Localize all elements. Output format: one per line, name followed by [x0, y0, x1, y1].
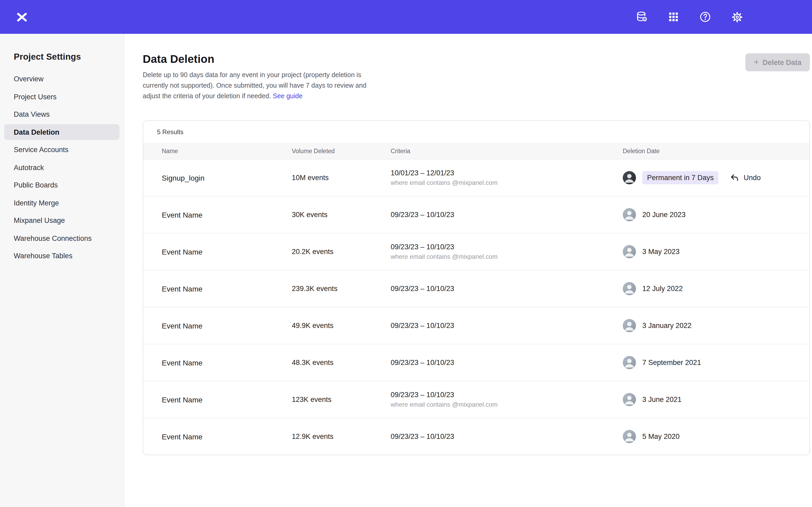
deletion-date-cell: 7 September 2021 — [623, 356, 794, 370]
table-row: Event Name 123K events 09/23/23 – 10/10/… — [143, 381, 809, 418]
criteria-cell: 09/23/23 – 10/10/23 — [391, 322, 623, 330]
sidebar-nav: OverviewProject UsersData ViewsData Dele… — [0, 71, 124, 264]
volume-deleted: 20.2K events — [292, 248, 391, 256]
sidebar-item-identity-merge[interactable]: Identity Merge — [4, 195, 119, 211]
avatar — [623, 171, 636, 184]
table-row: Event Name 49.9K events 09/23/23 – 10/10… — [143, 307, 809, 344]
volume-deleted: 239.3K events — [292, 285, 391, 293]
sidebar-title: Project Settings — [0, 34, 124, 69]
criteria-range: 09/23/23 – 10/10/23 — [391, 285, 623, 293]
sidebar-item-label: Public Boards — [14, 181, 58, 189]
event-name: Event Name — [162, 285, 292, 293]
event-name: Event Name — [162, 396, 292, 404]
person-icon — [623, 245, 636, 259]
avatar — [623, 319, 636, 332]
sidebar-item-label: Data Deletion — [14, 128, 59, 136]
criteria-range: 09/23/23 – 10/10/23 — [391, 211, 623, 219]
page-description: Delete up to 90 days data for any event … — [143, 70, 382, 102]
app: Project Settings OverviewProject UsersDa… — [0, 0, 812, 507]
table-row: Event Name 12.9K events 09/23/23 – 10/10… — [143, 418, 809, 455]
deletion-date-badge: 12 July 2022 — [642, 285, 683, 293]
apps-grid-icon[interactable] — [667, 11, 680, 23]
sidebar-item-autotrack[interactable]: Autotrack — [4, 160, 119, 175]
avatar — [623, 245, 636, 259]
person-icon — [623, 356, 636, 370]
event-name: Event Name — [162, 433, 292, 441]
table-header: Name Volume Deleted Criteria Deletion Da… — [143, 143, 809, 159]
criteria-cell: 09/23/23 – 10/10/23 — [391, 285, 623, 293]
event-name: Event Name — [162, 358, 292, 367]
person-icon — [623, 282, 636, 295]
sidebar-item-label: Warehouse Connections — [14, 234, 92, 242]
volume-deleted: 12.9K events — [292, 433, 391, 441]
deletion-date-cell: 3 May 2023 — [623, 245, 794, 259]
table-row: Event Name 20.2K events 09/23/23 – 10/10… — [143, 233, 809, 270]
criteria-cell: 09/23/23 – 10/10/23 — [391, 211, 623, 219]
main-content: Data Deletion Delete up to 90 days data … — [124, 34, 812, 507]
avatar — [623, 356, 636, 370]
deletion-date-badge: 20 June 2023 — [642, 211, 686, 219]
sidebar-item-label: Mixpanel Usage — [14, 217, 65, 224]
sidebar-item-label: Project Users — [14, 93, 57, 101]
person-icon — [623, 319, 636, 332]
column-header-name: Name — [162, 148, 292, 154]
criteria-cell: 09/23/23 – 10/10/23 — [391, 433, 623, 441]
plus-icon: + — [754, 58, 759, 66]
mixpanel-x-icon — [15, 11, 28, 23]
deletion-date-cell: 12 July 2022 — [623, 282, 794, 295]
description-text: Delete up to 90 days data for any event … — [143, 71, 366, 100]
settings-icon[interactable] — [730, 11, 743, 23]
criteria-cell: 09/23/23 – 10/10/23 where email contains… — [391, 391, 623, 408]
help-icon[interactable] — [699, 11, 712, 23]
delete-data-button[interactable]: + Delete Data — [745, 53, 810, 71]
table-row: Event Name 239.3K events 09/23/23 – 10/1… — [143, 270, 809, 307]
deletion-date-cell: Permanent in 7 Days Undo — [623, 171, 794, 184]
criteria-subtext: where email contains @mixpanel.com — [391, 401, 623, 408]
undo-icon — [730, 173, 739, 182]
sidebar-item-service-accounts[interactable]: Service Accounts — [4, 142, 119, 158]
avatar — [623, 393, 636, 406]
column-header-criteria: Criteria — [391, 148, 623, 154]
sidebar-item-project-users[interactable]: Project Users — [4, 89, 119, 105]
column-header-deletion-date: Deletion Date — [623, 148, 794, 154]
table-row: Signup_login 10M events 10/01/23 – 12/01… — [143, 159, 809, 196]
column-header-volume: Volume Deleted — [292, 148, 391, 154]
criteria-range: 10/01/23 – 12/01/23 — [391, 169, 623, 177]
sidebar-item-public-boards[interactable]: Public Boards — [4, 177, 119, 193]
deletion-date-badge: 3 May 2023 — [642, 248, 679, 256]
criteria-range: 09/23/23 – 10/10/23 — [391, 322, 623, 330]
sidebar-item-warehouse-tables[interactable]: Warehouse Tables — [4, 248, 119, 264]
volume-deleted: 48.3K events — [292, 359, 391, 367]
results-card: 5 Results Name Volume Deleted Criteria D… — [143, 121, 810, 455]
person-icon — [623, 208, 636, 222]
sidebar-item-label: Overview — [14, 75, 44, 83]
topbar — [0, 0, 812, 34]
criteria-cell: 10/01/23 – 12/01/23 where email contains… — [391, 169, 623, 187]
deletion-date-badge: 3 June 2021 — [642, 396, 682, 404]
criteria-range: 09/23/23 – 10/10/23 — [391, 433, 623, 441]
sidebar-item-data-deletion[interactable]: Data Deletion — [4, 124, 119, 140]
sidebar-item-mixpanel-usage[interactable]: Mixpanel Usage — [4, 213, 119, 228]
see-guide-link[interactable]: See guide — [273, 92, 303, 100]
sidebar-item-label: Warehouse Tables — [14, 252, 72, 260]
table-row: Event Name 48.3K events 09/23/23 – 10/10… — [143, 344, 809, 381]
table-row: Event Name 30K events 09/23/23 – 10/10/2… — [143, 196, 809, 233]
data-management-icon[interactable] — [636, 11, 648, 23]
event-name: Event Name — [162, 211, 292, 219]
criteria-range: 09/23/23 – 10/10/23 — [391, 359, 623, 367]
sidebar-item-warehouse-connections[interactable]: Warehouse Connections — [4, 230, 119, 246]
mixpanel-logo[interactable] — [15, 11, 28, 23]
deletion-date-badge: 5 May 2020 — [642, 433, 679, 441]
volume-deleted: 49.9K events — [292, 322, 391, 330]
undo-button[interactable]: Undo — [730, 173, 761, 182]
sidebar-item-label: Autotrack — [14, 163, 44, 171]
topbar-icons — [636, 11, 743, 23]
sidebar-item-overview[interactable]: Overview — [4, 71, 119, 87]
sidebar-item-data-views[interactable]: Data Views — [4, 106, 119, 122]
sidebar-item-label: Service Accounts — [14, 146, 68, 154]
delete-data-label: Delete Data — [763, 58, 801, 66]
event-name: Event Name — [162, 248, 292, 256]
criteria-subtext: where email contains @mixpanel.com — [391, 253, 623, 261]
undo-label: Undo — [744, 174, 761, 182]
person-icon — [623, 171, 636, 184]
